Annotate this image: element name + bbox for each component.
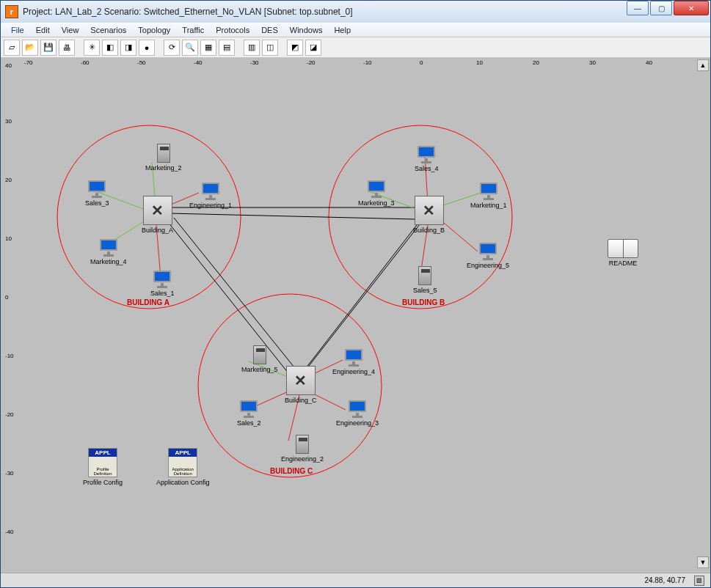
tb-sep [77, 40, 81, 56]
node-marketing_2[interactable]: Marketing_2 [145, 144, 182, 172]
appl-icon: APPL ApplicationDefinition [168, 448, 197, 477]
menu-edit[interactable]: Edit [30, 24, 56, 36]
menu-topology[interactable]: Topology [132, 24, 176, 36]
workstation-icon [478, 243, 498, 260]
tb-icon-6[interactable]: ◧ [102, 40, 118, 56]
switch-b-label: Building_B [413, 227, 445, 234]
workstation-icon [87, 180, 107, 198]
book-icon [608, 239, 638, 258]
node-engineering_5[interactable]: Engineering_5 [467, 243, 509, 269]
workstation-icon [238, 400, 259, 418]
tb-icon-14[interactable]: ◫ [262, 40, 278, 56]
tb-save-icon[interactable]: 💾 [40, 40, 56, 56]
topology-canvas[interactable]: -70-60-50-40-30-20-1001020304050 4030201… [2, 59, 688, 570]
menu-help[interactable]: Help [328, 24, 357, 36]
workstation-icon [200, 183, 221, 200]
menu-file[interactable]: File [5, 24, 30, 36]
node-sales_4[interactable]: Sales_4 [415, 146, 439, 172]
node-engineering_3[interactable]: Engineering_3 [336, 400, 379, 427]
node-sales_5[interactable]: Sales_5 [413, 266, 437, 294]
node-label: Engineering_1 [189, 202, 232, 209]
tb-icon-11[interactable]: ▦ [200, 40, 216, 56]
node-label: Engineering_2 [281, 455, 324, 463]
application-config-label: Application Config [156, 479, 210, 486]
workstation-icon [98, 239, 119, 257]
tb-sep [157, 40, 161, 56]
maximize-button[interactable]: ▢ [650, 1, 672, 15]
menu-traffic[interactable]: Traffic [176, 24, 210, 36]
tb-icon-12[interactable]: ▤ [219, 40, 235, 56]
app-icon: r [5, 5, 18, 18]
tb-icon-5[interactable]: ✳ [84, 40, 100, 56]
switch-a-label: Building_A [142, 227, 173, 234]
building-c-label: BUILDING C [270, 467, 313, 475]
node-marketing_1[interactable]: Marketing_1 [470, 183, 507, 209]
tb-open-icon[interactable]: 📂 [22, 40, 38, 56]
close-button[interactable]: ✕ [674, 1, 709, 15]
readme-node[interactable]: README [608, 239, 638, 267]
node-label: Engineering_5 [467, 262, 509, 269]
status-icon[interactable]: ▧ [694, 576, 704, 586]
node-sales_3[interactable]: Sales_3 [85, 180, 109, 207]
node-label: Marketing_3 [358, 199, 395, 207]
window-title: Project: LAN_Lab_2 Scenario: Switched_Et… [23, 7, 353, 17]
tb-print-icon[interactable]: 🖶 [59, 40, 75, 56]
node-label: Marketing_4 [90, 258, 127, 265]
switch-building-a[interactable]: ✕ Building_A [142, 196, 173, 234]
node-marketing_4[interactable]: Marketing_4 [90, 239, 127, 265]
titlebar[interactable]: r Project: LAN_Lab_2 Scenario: Switched_… [1, 1, 710, 23]
tb-icon-13[interactable]: ▥ [244, 40, 260, 56]
node-label: Marketing_2 [145, 164, 182, 172]
workstation-icon [343, 349, 364, 367]
workstation-icon [416, 146, 437, 163]
tb-icon-10[interactable]: 🔍 [182, 40, 198, 56]
switch-c-label: Building_C [285, 397, 317, 404]
switch-building-b[interactable]: ✕ Building_B [413, 196, 445, 234]
menu-view[interactable]: View [56, 24, 85, 36]
node-label: Sales_4 [415, 165, 439, 172]
workstation-icon [366, 180, 387, 198]
switch-icon: ✕ [286, 366, 316, 395]
toolbar: ▱ 📂 💾 🖶 ✳ ◧ ◨ ● ⟳ 🔍 ▦ ▤ ▥ ◫ ◩ ◪ [1, 37, 710, 58]
node-label: Sales_3 [85, 199, 109, 207]
node-marketing_5[interactable]: Marketing_5 [241, 345, 278, 373]
tb-icon-16[interactable]: ◪ [305, 40, 321, 56]
svg-line-1 [169, 213, 415, 219]
building-b-label: BUILDING B [402, 298, 445, 306]
tb-icon-8[interactable]: ● [139, 40, 155, 56]
server-icon [157, 144, 170, 163]
workstation-icon [478, 183, 499, 200]
node-engineering_2[interactable]: Engineering_2 [281, 435, 324, 463]
switch-building-c[interactable]: ✕ Building_C [285, 366, 317, 404]
tb-new-icon[interactable]: ▱ [4, 40, 20, 56]
tb-sep [237, 40, 241, 56]
app-window: r Project: LAN_Lab_2 Scenario: Switched_… [0, 0, 711, 588]
menu-des[interactable]: DES [255, 24, 284, 36]
tb-icon-7[interactable]: ◨ [120, 40, 136, 56]
node-engineering_4[interactable]: Engineering_4 [332, 349, 375, 375]
profile-config[interactable]: APPL ProfileDefinition Profile Config [83, 448, 123, 486]
profile-config-label: Profile Config [83, 479, 123, 486]
menu-windows[interactable]: Windows [284, 24, 329, 36]
server-icon [418, 266, 431, 285]
node-label: Sales_2 [237, 419, 261, 427]
tb-icon-9[interactable]: ⟳ [164, 40, 180, 56]
server-icon [296, 435, 309, 454]
tb-icon-15[interactable]: ◩ [287, 40, 303, 56]
node-sales_1[interactable]: Sales_1 [150, 271, 175, 297]
workstation-icon [347, 400, 368, 418]
scroll-down-icon[interactable]: ▼ [697, 556, 709, 568]
appl-icon: APPL ProfileDefinition [88, 448, 117, 477]
svg-line-5 [309, 218, 425, 366]
node-marketing_3[interactable]: Marketing_3 [358, 180, 395, 207]
node-label: Sales_5 [413, 287, 437, 294]
building-a-label: BUILDING A [127, 298, 169, 306]
menu-scenarios[interactable]: Scenarios [84, 24, 132, 36]
node-engineering_1[interactable]: Engineering_1 [189, 183, 232, 209]
node-sales_2[interactable]: Sales_2 [237, 400, 261, 427]
scroll-up-icon[interactable]: ▲ [697, 59, 709, 71]
application-config[interactable]: APPL ApplicationDefinition Application C… [156, 448, 210, 486]
node-label: Marketing_5 [241, 366, 278, 373]
minimize-button[interactable]: — [627, 1, 649, 15]
menu-protocols[interactable]: Protocols [210, 24, 255, 36]
